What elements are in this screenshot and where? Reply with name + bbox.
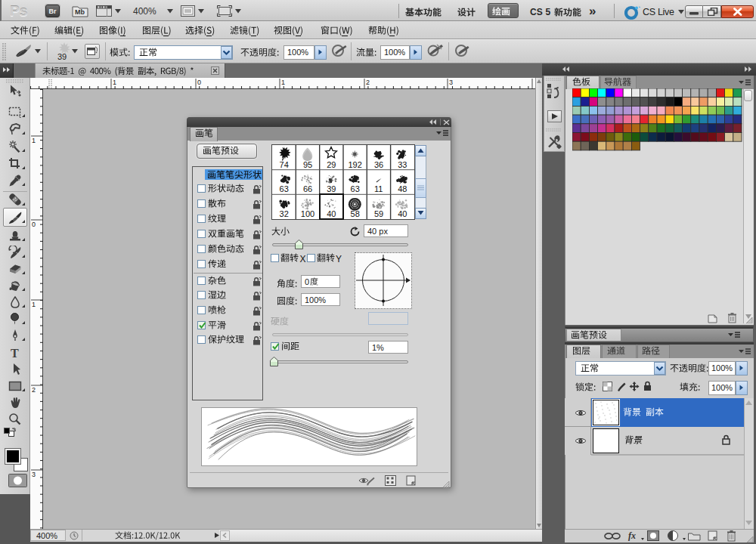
svg-text:T: T bbox=[11, 347, 19, 359]
svg-text:Mb: Mb bbox=[75, 8, 85, 16]
